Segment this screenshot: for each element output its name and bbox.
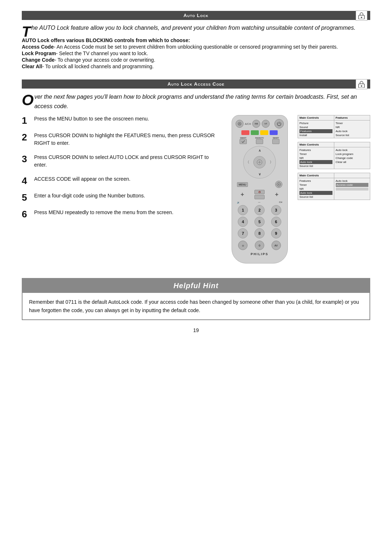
screen-menu-3-body: Features Timer NR Auto lock Source list … [298,178,370,200]
remote-num-7[interactable]: 7 [238,228,248,238]
menu1-item-picture: Picture [299,121,332,125]
remote-ok-btn[interactable] [254,195,265,199]
menu3-left: Features Timer NR Auto lock Source list [298,178,334,200]
hint-header: Helpful Hint [23,279,369,293]
remote-circle-btn-1[interactable] [236,120,244,128]
remote-vol-label: 🔊 [237,201,240,204]
svg-point-1 [361,17,362,18]
philips-brand: PHILIPS [236,252,284,256]
access-code-def: Access Code- An Access Code must be set … [22,44,370,50]
step-number-1: 1 [22,116,30,125]
step-text-5: Enter a four-digit code using the Number… [34,192,145,200]
menu1-item-install: Install [299,133,332,137]
step-text-2: Press CURSOR DOWN to highlight the FEATU… [34,132,221,147]
section1-header-text: Auto Lock [184,13,209,18]
remote-mute-btn[interactable]: 🔇 [254,190,265,194]
lock-icon [358,12,366,19]
screen-menu-2-body: Features Timer NR Auto lock Source list … [298,147,370,169]
remote-av-btn[interactable]: AV [271,241,281,250]
step-5: 5 Enter a four-digit code using the Numb… [22,192,221,202]
svg-point-3 [361,85,362,87]
remote-green-btn[interactable] [251,130,259,135]
remote-num-4[interactable]: 4 [238,217,248,227]
menu2-features: Features [299,148,332,152]
remote-info-btn[interactable] [275,181,282,188]
remote-menu-btn[interactable]: MENU [237,182,248,187]
nav-down-arrow[interactable]: ∨ [258,172,261,176]
remote-num-9[interactable]: 9 [271,228,281,238]
step-number-2: 2 [22,132,30,142]
menu3-autolock: Auto lock [299,191,332,195]
menu3-right-header [334,173,370,178]
nav-left-arrow[interactable]: 〈 [246,160,249,165]
menus-column: Main Controls Features Picture Sound Fea… [298,115,370,263]
remote-plus-left[interactable]: + [241,191,244,198]
screen-menu-1: Main Controls Features Picture Sound Fea… [298,115,370,138]
menu2-right-lockprogram: Lock program [336,152,369,156]
menu1-left-header: Main Controls [298,115,334,120]
menu3-right: Auto lock Access code [334,178,370,200]
remote-subtitle-btn[interactable]: ⊡ [238,241,248,250]
remote-num-6[interactable]: 6 [271,217,281,227]
remote-num-1[interactable]: 1 [238,205,248,215]
remote-num-0[interactable]: 0 [255,241,264,250]
remote-vt-btn[interactable]: VT [262,120,270,128]
remote-control: A/CH RB VT [232,115,288,263]
remote-power-btn[interactable] [274,119,284,128]
menu1-right: Timer NR Auto lock Source list [334,120,370,138]
cursor2-icon [277,182,281,187]
remote-rb-btn[interactable]: RB [252,120,260,128]
menu1-item-features: Features [299,129,332,133]
menu2-right-clearall: Clear all [336,160,369,164]
remote-num-5[interactable]: 5 [254,217,265,227]
nav-center-btn[interactable] [253,156,266,168]
remote-num-3[interactable]: 3 [271,205,281,215]
menu3-right-accesscode: Access code [336,183,369,187]
clear-all-label: Clear All [22,64,42,69]
lock-program-label: Lock Program [22,50,56,56]
step-text-4: ACCESS CODE will appear on the screen. [34,175,130,183]
step-text-1: Press the MENU button to see the onscree… [34,115,149,123]
section1: Auto Lock The AUTO Lock feature allow yo… [22,11,370,69]
menu1-right-sourcelist: Source list [336,133,369,137]
remote-yellow-btn[interactable] [260,130,268,135]
access-code-label: Access Code [22,44,54,50]
section2-header-text: Auto Lock Access Code [168,81,225,87]
menu2-nr: NR [299,156,332,160]
screen-menu-3-header: Main Controls [298,173,370,178]
remote-num-8[interactable]: 8 [254,228,265,238]
menu2-right-header [334,142,370,147]
screen-menu-1-header: Main Controls Features [298,115,370,120]
screen-menu-3: Main Controls Features Timer NR Auto loc… [298,173,370,200]
step-number-6: 6 [22,209,30,219]
drop-cap-O: O [22,94,34,107]
remote-bottom-row: ⊡ 0 AV [236,241,284,250]
step-number-5: 5 [22,193,30,202]
remote-blue-btn[interactable] [270,130,278,135]
nav-right-arrow[interactable]: 〉 [270,160,273,165]
lock-program-def: Lock Program- Select the TV channel you … [22,50,370,56]
step-6: 6 Press MENU repeatedly to remove the me… [22,209,221,219]
step-number-3: 3 [22,154,30,164]
remote-radiotv-btn[interactable] [256,139,263,144]
remote-red-btn[interactable] [241,130,249,135]
menu3-nr: NR [299,187,332,191]
clear-all-def: Clear All- To unlock all locked channels… [22,64,370,69]
remote-plus-right[interactable]: + [275,191,278,198]
blocking-title: AUTO Lock offers various BLOCKING contro… [22,37,370,43]
remote-smart-btn1[interactable] [240,139,247,144]
menu3-sourcelist: Source list [299,195,332,199]
menu1-right-autolock: Auto lock [336,129,369,133]
nav-up-arrow[interactable]: ∧ [258,148,261,152]
section1-header: Auto Lock [22,11,370,20]
step-number-4: 4 [22,176,30,185]
menu1-right-header: Features [334,115,370,120]
section2-intro: Over the next few pages you'll learn how… [22,92,370,111]
step-1: 1 Press the MENU button to see the onscr… [22,115,221,125]
menu3-right-autolock: Auto lock [336,179,369,183]
menu3-right-blank [336,188,369,191]
remote-num-2[interactable]: 2 [254,205,265,215]
menu2-autolock: Auto lock [299,160,332,164]
change-code-def: Change Code- To change your access code … [22,57,370,63]
remote-smart-btn2[interactable] [272,139,279,144]
